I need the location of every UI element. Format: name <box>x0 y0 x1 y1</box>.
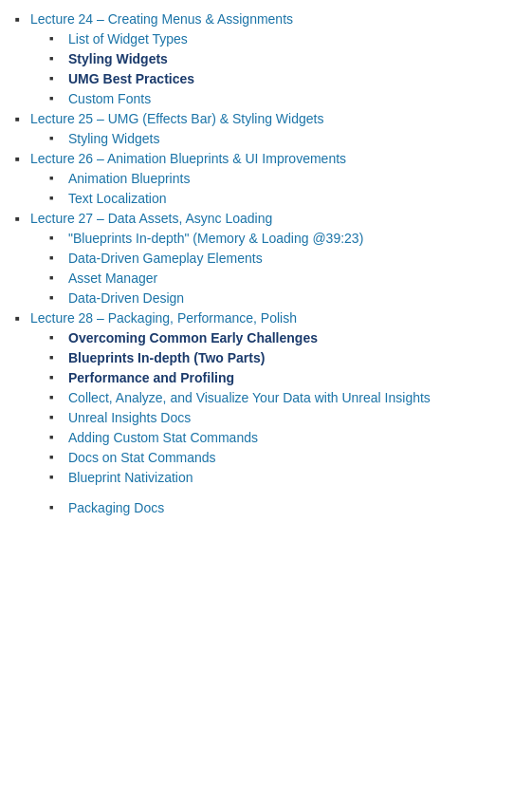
list-item: UMG Best Practices <box>49 71 517 86</box>
list-item: Performance and Profiling <box>49 370 517 385</box>
list-item: Collect, Analyze, and Visualize Your Dat… <box>49 390 517 405</box>
list-item: Data-Driven Gameplay Elements <box>49 251 517 266</box>
list-item: Asset Manager <box>49 270 517 286</box>
umg-best-practices-link[interactable]: UMG Best Practices <box>68 71 194 86</box>
list-item: Unreal Insights Docs <box>49 410 517 425</box>
lecture-25-subitems: Styling Widgets <box>30 131 517 146</box>
lecture-25-item: Lecture 25 – UMG (Effects Bar) & Styling… <box>15 111 517 146</box>
list-item: Packaging Docs <box>49 500 517 515</box>
lecture-28-subitems: Overcoming Common Early Challenges Bluep… <box>30 330 517 515</box>
list-item: Data-Driven Design <box>49 290 517 306</box>
list-item: Docs on Stat Commands <box>49 450 517 465</box>
custom-fonts-link[interactable]: Custom Fonts <box>68 91 151 106</box>
list-item: Adding Custom Stat Commands <box>49 430 517 445</box>
list-item: Custom Fonts <box>49 91 517 106</box>
blueprint-nativization-link[interactable]: Blueprint Nativization <box>68 470 193 485</box>
lecture-26-subitems: Animation Blueprints Text Localization <box>30 171 517 206</box>
adding-custom-stat-commands-link[interactable]: Adding Custom Stat Commands <box>68 430 258 445</box>
lecture-24-link[interactable]: Lecture 24 – Creating Menus & Assignment… <box>30 11 293 27</box>
text-localization-link[interactable]: Text Localization <box>68 191 167 206</box>
blueprints-indepth-memory-link[interactable]: "Blueprints In-depth" (Memory & Loading … <box>68 231 363 246</box>
lecture-26-link[interactable]: Lecture 26 – Animation Blueprints & UI I… <box>30 151 346 166</box>
data-driven-gameplay-link[interactable]: Data-Driven Gameplay Elements <box>68 251 263 266</box>
lecture-27-subitems: "Blueprints In-depth" (Memory & Loading … <box>30 231 517 306</box>
lecture-25-link[interactable]: Lecture 25 – UMG (Effects Bar) & Styling… <box>30 111 323 126</box>
styling-widgets-link-24[interactable]: Styling Widgets <box>68 51 168 66</box>
docs-on-stat-commands-link[interactable]: Docs on Stat Commands <box>68 450 216 465</box>
list-of-widget-types-link[interactable]: List of Widget Types <box>68 31 188 47</box>
list-item: Blueprints In-depth (Two Parts) <box>49 350 517 365</box>
list-item: "Blueprints In-depth" (Memory & Loading … <box>49 231 517 246</box>
asset-manager-link[interactable]: Asset Manager <box>68 270 157 286</box>
data-driven-design-link[interactable]: Data-Driven Design <box>68 290 184 306</box>
unreal-insights-docs-link[interactable]: Unreal Insights Docs <box>68 410 191 425</box>
lecture-26-item: Lecture 26 – Animation Blueprints & UI I… <box>15 151 517 206</box>
lecture-24-item: Lecture 24 – Creating Menus & Assignment… <box>15 11 517 106</box>
lecture-28-link[interactable]: Lecture 28 – Packaging, Performance, Pol… <box>30 310 297 326</box>
list-item: Text Localization <box>49 191 517 206</box>
list-item: Styling Widgets <box>49 51 517 66</box>
list-item: List of Widget Types <box>49 31 517 47</box>
list-item: Overcoming Common Early Challenges <box>49 330 517 345</box>
performance-profiling-link[interactable]: Performance and Profiling <box>68 370 234 385</box>
collect-analyze-link[interactable]: Collect, Analyze, and Visualize Your Dat… <box>68 390 431 405</box>
styling-widgets-link-25[interactable]: Styling Widgets <box>68 131 159 146</box>
packaging-docs-link[interactable]: Packaging Docs <box>68 500 164 515</box>
animation-blueprints-link[interactable]: Animation Blueprints <box>68 171 190 186</box>
lectures-list: Lecture 24 – Creating Menus & Assignment… <box>15 11 517 515</box>
overcoming-challenges-link[interactable]: Overcoming Common Early Challenges <box>68 330 318 345</box>
list-item: Styling Widgets <box>49 131 517 146</box>
blueprints-indepth-two-parts-link[interactable]: Blueprints In-depth (Two Parts) <box>68 350 265 365</box>
list-item: Animation Blueprints <box>49 171 517 186</box>
lecture-28-item: Lecture 28 – Packaging, Performance, Pol… <box>15 310 517 515</box>
list-item: Blueprint Nativization <box>49 470 517 485</box>
lecture-27-item: Lecture 27 – Data Assets, Async Loading … <box>15 211 517 306</box>
lecture-27-link[interactable]: Lecture 27 – Data Assets, Async Loading <box>30 211 272 226</box>
lecture-24-subitems: List of Widget Types Styling Widgets UMG… <box>30 31 517 106</box>
list-separator <box>49 490 517 495</box>
